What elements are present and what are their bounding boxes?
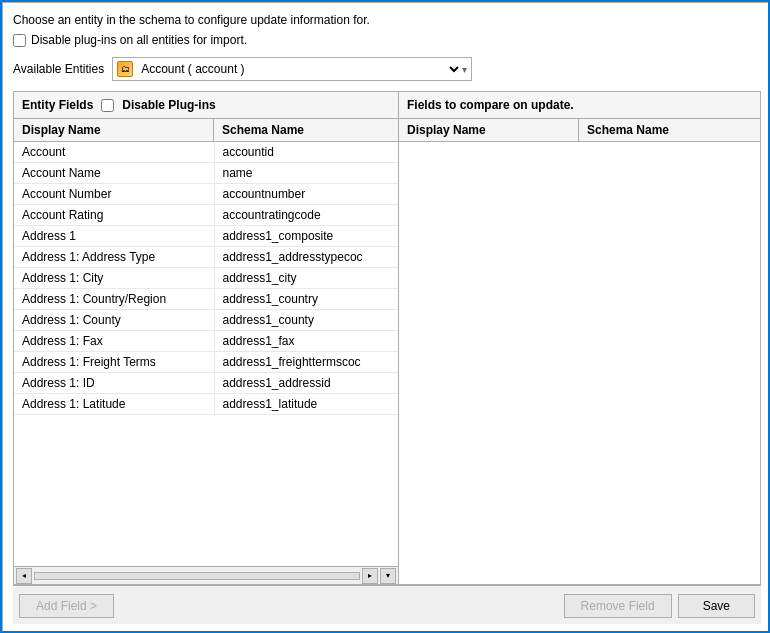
schema-name-cell: accountnumber (214, 184, 398, 205)
schema-name-cell: accountratingcode (214, 205, 398, 226)
display-name-cell: Address 1: Fax (14, 331, 214, 352)
left-panel: Entity Fields Disable Plug-ins Display N… (14, 92, 399, 584)
right-scroll-area: Display Name Schema Name (399, 119, 760, 584)
schema-name-cell: address1_addressid (214, 373, 398, 394)
right-panel-header: Fields to compare on update. (399, 92, 760, 119)
left-fields-table: AccountaccountidAccount NamenameAccount … (14, 142, 398, 415)
schema-name-cell: address1_freighttermscoc (214, 352, 398, 373)
remove-field-button[interactable]: Remove Field (564, 594, 672, 618)
display-name-cell: Address 1: Freight Terms (14, 352, 214, 373)
right-col-schema-header: Schema Name (579, 119, 760, 141)
display-name-cell: Address 1: City (14, 268, 214, 289)
bottom-left: Add Field > (19, 594, 114, 618)
table-row[interactable]: Address 1: Country/Regionaddress1_countr… (14, 289, 398, 310)
right-table-rows[interactable] (399, 142, 760, 584)
left-table-header: Display Name Schema Name (14, 119, 398, 142)
scroll-down-small-btn[interactable]: ▾ (380, 568, 396, 584)
scroll-right-btn[interactable]: ▸ (362, 568, 378, 584)
table-row[interactable]: Address 1: Address Typeaddress1_addresst… (14, 247, 398, 268)
display-name-cell: Account Number (14, 184, 214, 205)
display-name-cell: Address 1 (14, 226, 214, 247)
display-name-cell: Address 1: Address Type (14, 247, 214, 268)
disable-plugins-entity-label: Disable Plug-ins (122, 98, 215, 112)
table-row[interactable]: Address 1: Freight Termsaddress1_freight… (14, 352, 398, 373)
display-name-cell: Account Name (14, 163, 214, 184)
entity-fields-label: Entity Fields (22, 98, 93, 112)
entity-select-wrapper[interactable]: 🗂 Account ( account ) ▾ (112, 57, 472, 81)
schema-name-cell: address1_latitude (214, 394, 398, 415)
save-button[interactable]: Save (678, 594, 755, 618)
disable-plugins-row: Disable plug-ins on all entities for imp… (13, 33, 761, 47)
table-row[interactable]: Address 1: Latitudeaddress1_latitude (14, 394, 398, 415)
main-content: Entity Fields Disable Plug-ins Display N… (13, 91, 761, 585)
dropdown-arrow-icon: ▾ (462, 64, 467, 75)
add-field-button[interactable]: Add Field > (19, 594, 114, 618)
schema-name-cell: name (214, 163, 398, 184)
disable-plugins-checkbox[interactable] (13, 34, 26, 47)
left-table-rows[interactable]: AccountaccountidAccount NamenameAccount … (14, 142, 398, 566)
display-name-cell: Account Rating (14, 205, 214, 226)
entity-select[interactable]: Account ( account ) (137, 61, 462, 77)
table-row[interactable]: Account Namename (14, 163, 398, 184)
schema-name-cell: accountid (214, 142, 398, 163)
table-row[interactable]: Account Ratingaccountratingcode (14, 205, 398, 226)
main-dialog: Choose an entity in the schema to config… (2, 2, 770, 633)
left-col-schema-header: Schema Name (214, 119, 398, 141)
disable-plugins-label: Disable plug-ins on all entities for imp… (31, 33, 247, 47)
disable-plugins-entity-checkbox[interactable] (101, 99, 114, 112)
table-row[interactable]: Address 1: Countyaddress1_county (14, 310, 398, 331)
schema-name-cell: address1_city (214, 268, 398, 289)
display-name-cell: Address 1: ID (14, 373, 214, 394)
right-table-header: Display Name Schema Name (399, 119, 760, 142)
entity-row: Available Entities 🗂 Account ( account )… (13, 57, 761, 81)
description-text: Choose an entity in the schema to config… (13, 13, 761, 27)
display-name-cell: Address 1: Latitude (14, 394, 214, 415)
left-scroll-area: Display Name Schema Name Accountaccounti… (14, 119, 398, 584)
display-name-cell: Address 1: County (14, 310, 214, 331)
schema-name-cell: address1_county (214, 310, 398, 331)
table-row[interactable]: Accountaccountid (14, 142, 398, 163)
display-name-cell: Address 1: Country/Region (14, 289, 214, 310)
scroll-track[interactable] (34, 572, 360, 580)
table-row[interactable]: Address 1: Faxaddress1_fax (14, 331, 398, 352)
dialog-border: Choose an entity in the schema to config… (0, 0, 770, 633)
schema-name-cell: address1_composite (214, 226, 398, 247)
schema-name-cell: address1_country (214, 289, 398, 310)
scroll-left-btn[interactable]: ◂ (16, 568, 32, 584)
bottom-right: Remove Field Save (564, 594, 755, 618)
table-row[interactable]: Account Numberaccountnumber (14, 184, 398, 205)
bottom-bar: Add Field > Remove Field Save (13, 585, 761, 624)
right-col-display-header: Display Name (399, 119, 579, 141)
left-col-display-header: Display Name (14, 119, 214, 141)
entity-icon: 🗂 (117, 61, 133, 77)
left-panel-header: Entity Fields Disable Plug-ins (14, 92, 398, 119)
available-entities-label: Available Entities (13, 62, 104, 76)
table-row[interactable]: Address 1: Cityaddress1_city (14, 268, 398, 289)
horizontal-scrollbar[interactable]: ◂ ▸ ▾ (14, 566, 398, 584)
table-row[interactable]: Address 1address1_composite (14, 226, 398, 247)
schema-name-cell: address1_fax (214, 331, 398, 352)
schema-name-cell: address1_addresstypecoc (214, 247, 398, 268)
right-panel: Fields to compare on update. Display Nam… (399, 92, 760, 584)
table-row[interactable]: Address 1: IDaddress1_addressid (14, 373, 398, 394)
display-name-cell: Account (14, 142, 214, 163)
